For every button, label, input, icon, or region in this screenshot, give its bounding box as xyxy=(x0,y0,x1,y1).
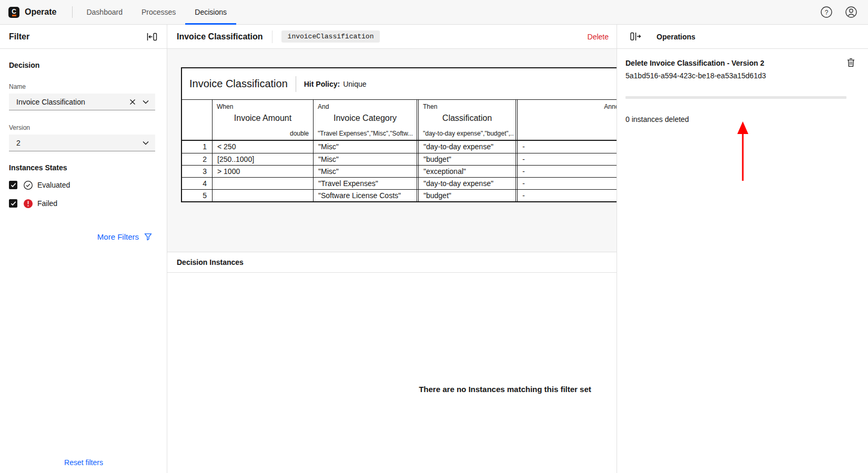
table-row: 3 > 1000 "Misc" "exceptional" - xyxy=(182,165,617,177)
rule-input-entry: "Software License Costs" xyxy=(313,190,417,201)
name-field-label: Name xyxy=(9,83,158,90)
top-nav: C Operate Dashboard Processes Decisions … xyxy=(0,0,868,25)
table-row: 5 "Software License Costs" "budget" - xyxy=(182,189,617,201)
table-row: 4 "Travel Expenses" "day-to-day expense"… xyxy=(182,177,617,189)
operations-header: Operations xyxy=(617,25,868,49)
nav-right: ? xyxy=(820,6,868,18)
decision-name-value: Invoice Classification xyxy=(16,98,85,106)
check-circle-icon xyxy=(23,180,33,190)
decision-version-value: 2 xyxy=(16,139,21,147)
operation-entry: Delete Invoice Classification - Version … xyxy=(617,49,868,124)
decision-instances-title: Decision Instances xyxy=(177,258,244,266)
dmn-table-title-bar: Invoice Classification Hit Policy: Uniqu… xyxy=(182,68,617,100)
decision-version-select[interactable]: 2 xyxy=(9,135,155,151)
decision-header: Invoice Classification invoiceClassifica… xyxy=(167,25,617,49)
operation-progress-bar xyxy=(625,96,846,99)
camunda-logo[interactable]: C xyxy=(8,7,19,18)
expand-panel-icon[interactable] xyxy=(630,32,641,41)
operation-title: Delete Invoice Classification - Version … xyxy=(625,59,854,67)
dmn-decision-table: Invoice Classification Hit Policy: Uniqu… xyxy=(181,67,617,202)
rule-number: 4 xyxy=(182,178,212,189)
nav-divider xyxy=(72,6,73,18)
chevron-down-icon[interactable] xyxy=(143,141,149,145)
rule-number: 2 xyxy=(182,153,212,165)
dmn-header-row: When Invoice Amount double And Invoice C… xyxy=(182,100,617,141)
rule-annotation: - xyxy=(516,166,617,177)
rule-annotation: - xyxy=(516,153,617,165)
table-row: 1 < 250 "Misc" "day-to-day expense" - xyxy=(182,141,617,153)
rule-input-entry: "Misc" xyxy=(313,141,417,153)
dmn-title-divider xyxy=(296,76,296,92)
tab-dashboard[interactable]: Dashboard xyxy=(77,0,132,25)
decision-id-tag: invoiceClassification xyxy=(281,30,380,43)
rule-input-entry: "Misc" xyxy=(313,153,417,165)
rule-number: 3 xyxy=(182,166,212,177)
rule-input-entry: "Travel Expenses" xyxy=(313,178,417,189)
decision-title: Invoice Classification xyxy=(177,32,263,42)
nav-tabs: Dashboard Processes Decisions xyxy=(77,0,236,25)
dmn-input-column-header: When Invoice Amount double xyxy=(212,100,313,140)
dmn-rule-number-header xyxy=(182,100,212,140)
more-filters-button[interactable]: More Filters xyxy=(97,232,152,241)
rule-annotation: - xyxy=(516,141,617,153)
dmn-output-column-header: Then Classification "day-to-day expense"… xyxy=(417,100,516,140)
decision-main: Invoice Classification invoiceClassifica… xyxy=(167,25,617,473)
rule-output-entry: "exceptional" xyxy=(417,166,516,177)
tab-processes[interactable]: Processes xyxy=(132,0,185,25)
dmn-annotation-column-header: Annotations xyxy=(516,100,617,140)
rule-output-entry: "budget" xyxy=(417,153,516,165)
delete-decision-button[interactable]: Delete xyxy=(588,33,609,41)
failed-option-row: Failed xyxy=(9,198,158,209)
rule-output-entry: "day-to-day expense" xyxy=(417,141,516,153)
instances-states-heading: Instances States xyxy=(9,163,158,172)
evaluated-option-row: Evaluated xyxy=(9,180,158,190)
decision-instances-list: There are no Instances matching this fil… xyxy=(167,273,617,473)
more-filters-label: More Filters xyxy=(97,232,139,241)
logo-accent xyxy=(12,15,16,16)
rule-input-entry xyxy=(212,190,313,201)
rule-input-entry: [250..1000] xyxy=(212,153,313,165)
rule-input-entry xyxy=(212,178,313,189)
operation-id: 5a1bd516-a594-423c-be18-ea53a15d61d3 xyxy=(625,71,854,80)
clear-selection-icon[interactable] xyxy=(129,99,136,105)
help-icon[interactable]: ? xyxy=(820,6,833,18)
filter-funnel-icon xyxy=(144,233,152,241)
user-icon[interactable] xyxy=(845,6,857,18)
operate-app: C Operate Dashboard Processes Decisions … xyxy=(0,0,868,473)
svg-text:?: ? xyxy=(825,9,829,16)
rule-annotation: - xyxy=(516,190,617,201)
rule-input-entry: < 250 xyxy=(212,141,313,153)
filter-content: Decision Name Invoice Classification Ver… xyxy=(0,61,167,209)
dmn-viewer: Invoice Classification Hit Policy: Uniqu… xyxy=(167,49,617,252)
hit-policy-label: Hit Policy: xyxy=(304,80,340,88)
decision-name-combobox[interactable]: Invoice Classification xyxy=(9,94,155,110)
operations-panel: Operations Delete Invoice Classification… xyxy=(617,25,868,473)
rule-output-entry: "day-to-day expense" xyxy=(417,178,516,189)
chevron-down-icon[interactable] xyxy=(143,100,149,104)
filter-title: Filter xyxy=(9,32,29,42)
dmn-rule-rows: 1 < 250 "Misc" "day-to-day expense" - 2 … xyxy=(182,141,617,201)
rule-number: 1 xyxy=(182,141,212,153)
dmn-input-column-header: And Invoice Category "Travel Expenses","… xyxy=(313,100,417,140)
rule-input-entry: "Misc" xyxy=(313,166,417,177)
empty-instances-message: There are no Instances matching this fil… xyxy=(419,385,591,394)
evaluated-label: Evaluated xyxy=(37,181,70,189)
operations-title: Operations xyxy=(657,33,695,41)
tab-decisions[interactable]: Decisions xyxy=(185,0,236,25)
evaluated-checkbox[interactable] xyxy=(9,181,17,189)
collapse-panel-icon[interactable] xyxy=(147,33,157,41)
app-title: Operate xyxy=(25,7,56,17)
reset-filters-button[interactable]: Reset filters xyxy=(0,458,167,467)
failed-checkbox[interactable] xyxy=(9,199,17,208)
operation-status: 0 instances deleted xyxy=(625,115,854,124)
dmn-table-title: Invoice Classification xyxy=(189,78,288,90)
trash-icon[interactable] xyxy=(846,58,855,67)
rule-annotation: - xyxy=(516,178,617,189)
decision-section-heading: Decision xyxy=(9,61,158,69)
rule-input-entry: > 1000 xyxy=(212,166,313,177)
decision-instances-header: Decision Instances xyxy=(167,252,617,273)
version-field-label: Version xyxy=(9,124,158,131)
filter-panel-header: Filter xyxy=(0,25,167,49)
rule-number: 5 xyxy=(182,190,212,201)
filter-sidebar: Filter Decision Name Invoice Classificat… xyxy=(0,25,167,473)
